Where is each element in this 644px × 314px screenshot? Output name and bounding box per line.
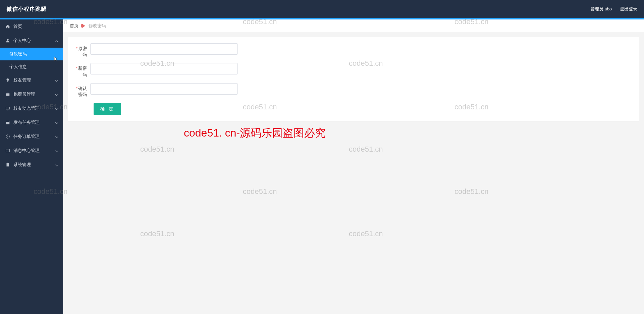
chevron-down-icon [55, 93, 58, 96]
home-icon [5, 24, 10, 29]
sidebar-subitem-change-password[interactable]: 修改密码 [0, 48, 63, 60]
sidebar-item-task-order-mgmt[interactable]: 任务订单管理 [0, 129, 63, 144]
chevron-up-icon [55, 39, 58, 42]
svg-rect-7 [6, 121, 10, 122]
sidebar-item-personal[interactable]: 个人中心 [0, 34, 63, 48]
svg-rect-10 [7, 163, 9, 167]
sidebar-item-label: 消息中心管理 [13, 148, 40, 154]
sidebar-item-msg-center-mgmt[interactable]: 消息中心管理 [0, 144, 63, 158]
submit-button[interactable]: 确 定 [94, 103, 121, 115]
sidebar-item-label: 个人中心 [13, 38, 31, 44]
new-password-label: *新密码 [71, 63, 90, 77]
sidebar-item-runner-mgmt[interactable]: 跑腿员管理 [0, 87, 63, 101]
svg-rect-11 [7, 163, 8, 163]
svg-rect-4 [7, 93, 8, 94]
svg-rect-3 [6, 93, 10, 96]
briefcase-icon [5, 92, 10, 97]
admin-label[interactable]: 管理员 abo [590, 6, 612, 12]
svg-rect-9 [6, 149, 10, 152]
sidebar-item-task-pub-mgmt[interactable]: 发布任务管理 [0, 115, 63, 129]
old-password-input[interactable] [90, 43, 238, 55]
confirm-password-input[interactable] [90, 83, 238, 95]
monitor-icon [5, 106, 10, 111]
breadcrumb-current: 修改密码 [89, 23, 106, 29]
sidebar-item-alumni-news-mgmt[interactable]: 校友动态管理 [0, 101, 63, 115]
sidebar-subitem-personal-info[interactable]: 个人信息 [0, 60, 63, 73]
user-icon [5, 38, 10, 43]
clipboard-icon [5, 162, 10, 167]
svg-rect-2 [7, 81, 8, 82]
main-content: 首页 修改密码 *原密码 *新密码 *确认密码 [63, 19, 644, 314]
old-password-label: *原密码 [71, 43, 90, 58]
chevron-down-icon [55, 107, 58, 110]
sidebar: 首页 个人中心 修改密码 个人信息 校友管理 [0, 19, 63, 314]
breadcrumb-separator-icon [80, 23, 87, 28]
sidebar-item-sys-mgmt[interactable]: 系统管理 [0, 158, 63, 172]
svg-rect-5 [6, 107, 10, 109]
confirm-password-label: *确认密码 [71, 83, 90, 98]
sidebar-item-label: 系统管理 [13, 162, 31, 168]
sidebar-item-label: 修改密码 [9, 51, 27, 57]
sidebar-item-label: 首页 [13, 23, 22, 30]
window-icon [5, 148, 10, 153]
chevron-down-icon [55, 149, 58, 152]
top-bar: 微信小程序跑腿 管理员 abo 退出登录 [0, 0, 644, 18]
clock-icon [5, 134, 10, 139]
logout-link[interactable]: 退出登录 [620, 6, 637, 12]
sidebar-item-label: 校友动态管理 [13, 105, 40, 111]
chevron-down-icon [55, 135, 58, 138]
form-panel: *原密码 *新密码 *确认密码 确 定 [68, 37, 639, 121]
svg-point-1 [7, 78, 9, 81]
chevron-down-icon [55, 121, 58, 124]
sidebar-item-label: 任务订单管理 [13, 134, 40, 140]
svg-point-0 [7, 39, 8, 41]
chevron-down-icon [55, 78, 58, 82]
calendar-icon [5, 120, 10, 125]
app-title: 微信小程序跑腿 [7, 6, 47, 13]
lightbulb-icon [5, 78, 10, 83]
sidebar-item-label: 校友管理 [13, 77, 31, 83]
new-password-input[interactable] [90, 63, 238, 74]
sidebar-item-home[interactable]: 首页 [0, 19, 63, 34]
sidebar-item-label: 跑腿员管理 [13, 91, 35, 97]
sidebar-item-label: 发布任务管理 [13, 119, 40, 125]
breadcrumb: 首页 修改密码 [63, 19, 644, 32]
sidebar-item-alumni-mgmt[interactable]: 校友管理 [0, 73, 63, 87]
sidebar-item-label: 个人信息 [9, 64, 27, 70]
breadcrumb-home[interactable]: 首页 [70, 23, 78, 29]
chevron-down-icon [55, 163, 58, 166]
